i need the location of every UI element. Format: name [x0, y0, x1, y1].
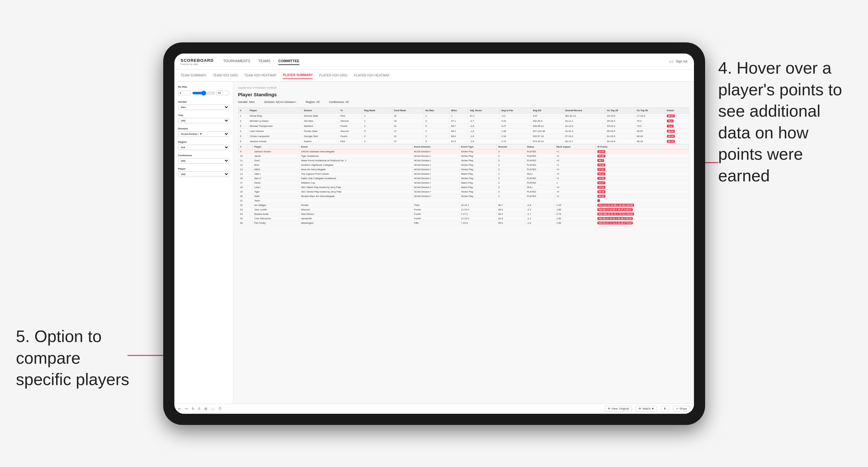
sidebar-region-select[interactable]: N/A: [178, 145, 229, 150]
table-row[interactable]: 5 Christo Lamprecht Georgia Tech Fourth …: [238, 133, 689, 139]
expanded-row[interactable]: 26 Petr Hruby Washington Fifth 7 23 0 69…: [239, 221, 689, 225]
cell-wins: 68.2: [450, 128, 468, 133]
expanded-row[interactable]: 14 Jake I The Cypress Point Classic NCAA…: [239, 172, 689, 176]
table-row[interactable]: 2 Michael La Sasso Ole Miss Second 1 18 …: [238, 118, 689, 123]
cell-record: 27-10-2: [563, 133, 605, 139]
table-row[interactable]: 6 Jackson Koivan Auburn First 2 27 5 87.…: [238, 139, 689, 144]
expanded-row[interactable]: 11 Gord Wake Forest Invitational at Pine…: [239, 158, 689, 162]
sidebar-gender-select[interactable]: Men Women: [178, 104, 229, 110]
sub-nav-player-h2h-grid[interactable]: PLAYER H2H GRID: [319, 72, 347, 79]
sub-nav-player-h2h-heatmap[interactable]: PLAYER H2H HEATMAP: [354, 72, 390, 79]
points-cell[interactable]: 76.2: [665, 118, 689, 123]
watch-btn[interactable]: 👁 Watch ▼: [636, 406, 657, 411]
paste-icon[interactable]: ⊞: [204, 407, 207, 411]
undo-icon[interactable]: ↩: [178, 407, 181, 411]
redo-icon[interactable]: ↪: [185, 407, 188, 411]
expanded-row[interactable]: 21 Tashi: [239, 198, 689, 203]
cell-yr: Second: [339, 118, 363, 123]
share-btn[interactable]: ↗ Share: [673, 406, 690, 411]
expanded-row[interactable]: 24 Bastien Amat New Mexico Fourth 1 27 2…: [239, 212, 689, 216]
points-cell[interactable]: 88.54: [665, 128, 689, 133]
cell-vs50: 73.2: [635, 123, 665, 128]
view-icon: 👁: [608, 407, 611, 410]
sidebar-rds-max[interactable]: [216, 91, 229, 95]
expanded-col-headers: # Player Event Event Division Event Type…: [239, 144, 689, 149]
cell-conf-rank: 27: [392, 139, 424, 144]
cell-conf-rank: 18: [392, 118, 424, 123]
sidebar-rds-min[interactable]: [178, 91, 191, 95]
exp-col-w-points: W Points: [595, 144, 688, 149]
sub-nav-team-h2h-grid[interactable]: TEAM H2H GRID: [213, 72, 238, 79]
table-row[interactable]: 4 Luke Clanton Florida State Second 5 27…: [238, 128, 689, 133]
update-time: Update time: 27/01/2024 16:56:26: [238, 86, 689, 89]
cell-conf-rank: 21: [392, 133, 424, 139]
sign-out-link[interactable]: Sign out: [676, 60, 688, 63]
cell-player[interactable]: Michael La Sasso: [248, 118, 302, 123]
cell-rank: 3: [238, 123, 248, 128]
clock-icon[interactable]: ⏱: [218, 407, 222, 411]
expanded-row[interactable]: 13 Mitch Amer An Intercollegiate NCAA Di…: [239, 167, 689, 172]
expanded-row[interactable]: 22 Ian Gilligan Florida Third 10 24 1 68…: [239, 203, 689, 207]
cell-adj-score: -2.0: [468, 139, 499, 144]
nav-tournaments[interactable]: TOURNAMENTS: [223, 57, 250, 65]
expanded-row[interactable]: 20 Mattl Mirobel Maui Jim Intercollegiat…: [239, 194, 689, 198]
download-icon: ⬇: [664, 407, 666, 410]
expanded-row[interactable]: 17 David Williams Cup NCAA Division I Ma…: [239, 180, 689, 185]
cell-player[interactable]: Luke Clanton: [248, 128, 302, 133]
refresh-icon[interactable]: ↻: [192, 407, 194, 411]
sidebar-division-select[interactable]: NCAA Division I ▼: [178, 131, 229, 137]
table-row[interactable]: 1 Wenyi Ding Arizona State First 1 15 1 …: [238, 113, 689, 118]
nav-committee[interactable]: COMMITTEE: [278, 57, 299, 65]
table-row[interactable]: 3 Michael Thorbjornsen Stanford Fourth 1…: [238, 123, 689, 128]
expanded-row[interactable]: 16 Alex C Fallen Oak Collegiate Invitati…: [239, 176, 689, 180]
cell-adj-score: -2.7: [468, 118, 499, 123]
cell-player[interactable]: Wenyi Ding: [248, 113, 302, 118]
cell-player[interactable]: Jackson Koivan: [248, 139, 302, 144]
expanded-row[interactable]: 19 Tiger SEC Stroke Play hosted by Jerry…: [239, 189, 689, 194]
expanded-row[interactable]: 25 Cole Sherwood Vanderbilt Fourth 12 23…: [239, 216, 689, 221]
points-cell[interactable]: 80.49: [665, 133, 689, 139]
sub-nav-team-h2h-heatmap[interactable]: TEAM H2H HEATMAP: [244, 72, 276, 79]
cell-school: Ole Miss: [302, 118, 339, 123]
cell-reg-rank: 2: [363, 139, 392, 144]
points-cell[interactable]: 68.18: [665, 139, 689, 144]
sidebar-region-section: Region N/A: [178, 141, 229, 150]
sidebar-division-label: Division: [178, 127, 229, 130]
cell-player[interactable]: Christo Lamprecht: [248, 133, 302, 139]
expanded-row[interactable]: 10 Jacob Tiger Invitational NCAA Divisio…: [239, 154, 689, 158]
content-area: Update time: 27/01/2024 16:56:26 Player …: [233, 82, 694, 404]
points-cell[interactable]: 73.2: [665, 123, 689, 128]
cell-reg-rank: 1: [363, 113, 392, 118]
filter-conference: Conference: All: [329, 100, 348, 103]
copy-icon[interactable]: ⎘: [198, 407, 200, 411]
annotation-top-right: 4. Hover over a player's points to see a…: [718, 57, 852, 187]
sidebar-rds-slider[interactable]: [192, 91, 215, 96]
cell-sg: 440-26-6: [531, 118, 563, 123]
points-cell[interactable]: 88.27: [665, 113, 689, 118]
col-no-rds: No Rds.: [424, 107, 449, 113]
cell-rds: 2: [424, 128, 449, 133]
cell-vs25: 61-20-3: [605, 133, 635, 139]
download-btn[interactable]: ⬇: [661, 406, 669, 411]
expanded-row[interactable]: 23 Jack Lundin Missouri Fourth 11 24 0 6…: [239, 207, 689, 212]
expanded-row[interactable]: 9 Jackson Koivan UNCW Seahawk Intercolle…: [239, 149, 689, 154]
sidebar-division-section: Division NCAA Division I ▼: [178, 127, 229, 137]
view-original-btn[interactable]: 👁 View: Original: [605, 406, 632, 411]
tablet-frame: SCOREBOARD Powered by clippi TOURNAMENTS…: [163, 42, 705, 425]
cell-school: Florida State: [302, 128, 339, 133]
nav-teams[interactable]: TEAMS: [258, 57, 270, 65]
expanded-row[interactable]: 12 Bren Southern Highlands Collegiate NC…: [239, 162, 689, 167]
sidebar-conference-select[interactable]: (All): [178, 158, 229, 163]
filter-division: Division: NCAA Division I: [264, 100, 296, 103]
outer-container: 4. Hover over a player's points to see a…: [0, 0, 868, 467]
sub-nav-player-summary[interactable]: PLAYER SUMMARY: [283, 72, 313, 79]
cell-player[interactable]: Michael Thorbjornsen: [248, 123, 302, 128]
expanded-row[interactable]: 18 Luke I SEC Match Play hosted by Jerry…: [239, 185, 689, 189]
exp-col-num: #: [239, 144, 253, 149]
sidebar-year-select[interactable]: (All): [178, 118, 229, 123]
watch-label: Watch: [642, 407, 650, 410]
col-player: Player: [248, 107, 302, 113]
sidebar-player-select[interactable]: (All): [178, 172, 229, 177]
sub-nav-team-summary[interactable]: TEAM SUMMARY: [181, 72, 207, 79]
cell-yr: First: [339, 113, 363, 118]
